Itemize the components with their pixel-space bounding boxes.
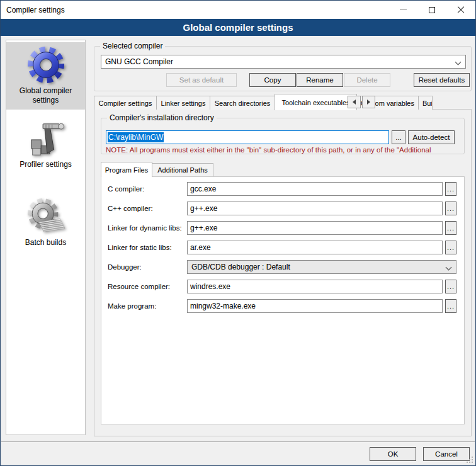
- auto-detect-button[interactable]: Auto-detect: [408, 130, 455, 144]
- arrow-left-icon: [353, 99, 356, 105]
- maximize-button[interactable]: [417, 1, 446, 19]
- debugger-select[interactable]: GDB/CDB debugger : Default: [187, 260, 456, 274]
- tab-build-options-clipped[interactable]: Build options: [418, 96, 433, 110]
- cancel-button[interactable]: Cancel: [423, 447, 470, 461]
- blue-gear-icon: [26, 45, 65, 84]
- browse-button[interactable]: ...: [445, 241, 456, 254]
- selected-path-text: C:\raylib\MinGW: [108, 132, 164, 142]
- chevron-down-icon: [446, 264, 452, 271]
- close-button[interactable]: [446, 1, 475, 19]
- browse-button[interactable]: ...: [445, 202, 456, 215]
- minimize-icon: [400, 9, 407, 10]
- footer-divider: [1, 441, 475, 442]
- gray-gear-stack-icon: [26, 197, 65, 236]
- reset-defaults-button[interactable]: Reset defaults: [414, 73, 470, 87]
- compiler-select-value: GNU GCC Compiler: [105, 57, 173, 66]
- field-label: Make program:: [108, 299, 156, 313]
- window-title: Compiler settings: [1, 6, 65, 14]
- c-compiler-input[interactable]: [187, 182, 443, 196]
- field-label: Linker for static libs:: [108, 241, 172, 254]
- group-label: Compiler's installation directory: [107, 113, 217, 122]
- installation-directory-input[interactable]: C:\raylib\MinGW: [106, 130, 389, 144]
- subtab-additional-paths[interactable]: Additional Paths: [152, 163, 213, 176]
- cpp-compiler-input[interactable]: [187, 202, 443, 215]
- minimize-button[interactable]: [388, 1, 417, 19]
- dialog-banner: Global compiler settings: [1, 19, 475, 36]
- tab-scroll-left-button[interactable]: [348, 96, 361, 108]
- browse-button[interactable]: ...: [445, 182, 456, 196]
- make-program-input[interactable]: [187, 299, 443, 313]
- linker-static-input[interactable]: [187, 241, 443, 254]
- copy-button[interactable]: Copy: [249, 73, 296, 87]
- field-label: C++ compiler:: [108, 202, 153, 215]
- tab-scroll-right-button[interactable]: [362, 96, 375, 108]
- settings-tabstrip: Compiler settings Linker settings Search…: [94, 95, 432, 110]
- field-row-resource-compiler: Resource compiler: ...: [101, 280, 464, 293]
- settings-category-list: Global compiler settings Profiler settin…: [6, 40, 86, 435]
- chevron-down-icon: [455, 59, 462, 65]
- debugger-select-value: GDB/CDB debugger : Default: [191, 263, 290, 271]
- tab-toolchain-executables[interactable]: Toolchain executables: [275, 94, 357, 110]
- sidebar-item-global-compiler-settings[interactable]: Global compiler settings: [6, 42, 85, 110]
- banner-title: Global compiler settings: [183, 22, 293, 33]
- caliper-icon: [26, 119, 65, 158]
- resize-grip[interactable]: [467, 457, 473, 463]
- tab-compiler-settings[interactable]: Compiler settings: [94, 96, 157, 110]
- field-label: Resource compiler:: [108, 280, 170, 293]
- sidebar-item-label: Global compiler settings: [9, 86, 82, 105]
- field-label: Linker for dynamic libs:: [108, 221, 182, 235]
- set-as-default-button: Set as default: [166, 73, 237, 87]
- window-controls: [388, 1, 475, 19]
- tab-search-directories[interactable]: Search directories: [210, 96, 275, 110]
- resource-compiler-input[interactable]: [187, 280, 443, 293]
- bin-subdirectory-note: NOTE: All programs must exist either in …: [106, 146, 462, 154]
- installation-directory-group: Compiler's installation directory C:\ray…: [101, 118, 465, 154]
- browse-button[interactable]: ...: [445, 299, 456, 313]
- selected-compiler-group: Selected compiler GNU GCC Compiler Set a…: [94, 46, 472, 91]
- field-row-debugger: Debugger: GDB/CDB debugger : Default: [101, 260, 464, 274]
- sidebar-item-label: Batch builds: [9, 238, 82, 247]
- ok-button[interactable]: OK: [370, 447, 416, 461]
- toolchain-executables-panel: Compiler's installation directory C:\ray…: [94, 109, 472, 436]
- linker-dynamic-input[interactable]: [187, 221, 443, 235]
- program-files-subtabstrip: Program Files Additional Paths: [101, 162, 213, 176]
- sidebar-item-profiler-settings[interactable]: Profiler settings: [6, 116, 85, 174]
- program-files-page: C compiler: ... C++ compiler: ... Linker…: [101, 176, 465, 424]
- sidebar-item-label: Profiler settings: [9, 160, 82, 169]
- close-icon: [457, 6, 465, 14]
- group-label: Selected compiler: [100, 42, 165, 50]
- compiler-select[interactable]: GNU GCC Compiler: [101, 55, 466, 69]
- rename-button[interactable]: Rename: [297, 73, 343, 87]
- title-bar[interactable]: Compiler settings: [1, 1, 475, 19]
- compiler-settings-dialog: Compiler settings Global compiler settin…: [0, 0, 476, 466]
- tab-linker-settings[interactable]: Linker settings: [156, 96, 210, 110]
- browse-directory-button[interactable]: ...: [392, 130, 405, 144]
- field-row-make-program: Make program: ...: [101, 299, 464, 313]
- field-label: C compiler:: [108, 182, 144, 196]
- field-row-linker-dynamic: Linker for dynamic libs: ...: [101, 221, 464, 235]
- browse-button[interactable]: ...: [445, 221, 456, 235]
- delete-button: Delete: [344, 73, 390, 87]
- field-label: Debugger:: [108, 260, 142, 274]
- field-row-c-compiler: C compiler: ...: [101, 182, 464, 196]
- subtab-program-files[interactable]: Program Files: [101, 162, 152, 177]
- sidebar-item-batch-builds[interactable]: Batch builds: [6, 194, 85, 252]
- maximize-icon: [429, 7, 435, 13]
- field-row-cpp-compiler: C++ compiler: ...: [101, 202, 464, 215]
- browse-button[interactable]: ...: [445, 280, 456, 293]
- field-row-linker-static: Linker for static libs: ...: [101, 241, 464, 254]
- arrow-right-icon: [367, 99, 370, 105]
